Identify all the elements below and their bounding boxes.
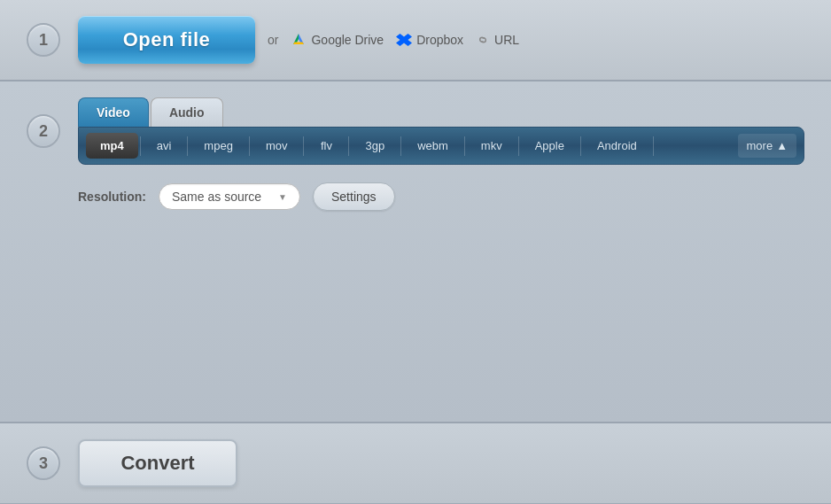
dropbox-label: Dropbox [416,33,463,47]
format-divider-10 [653,136,654,156]
settings-button[interactable]: Settings [313,182,395,211]
format-divider-1 [140,136,141,156]
section-convert: 3 Convert [0,423,831,504]
format-divider-9 [580,136,581,156]
resolution-value: Same as source [172,190,261,204]
resolution-dropdown[interactable]: Same as source ▼ [159,183,300,210]
format-btn-mov[interactable]: mov [252,133,302,159]
section-2-content: Video Audio mp4 avi mpeg mov flv 3gp [78,97,804,165]
format-divider-6 [400,136,401,156]
format-btn-avi[interactable]: avi [143,133,186,159]
url-link[interactable]: URL [476,33,519,47]
app-container: 1 Open file or Google Drive [0,0,831,504]
section-open-file: 1 Open file or Google Drive [0,0,831,81]
format-btn-flv[interactable]: flv [306,133,346,159]
format-divider-8 [518,136,519,156]
format-bar: mp4 avi mpeg mov flv 3gp webm mkv [78,127,804,165]
format-divider-7 [464,136,465,156]
format-btn-mpeg[interactable]: mpeg [190,133,247,159]
convert-button[interactable]: Convert [78,439,237,487]
cloud-links: Google Drive Dropbox [291,32,519,48]
url-label: URL [494,33,519,47]
google-drive-icon [291,32,307,48]
svg-marker-3 [396,34,412,46]
url-icon [476,33,490,47]
format-btn-apple[interactable]: Apple [521,133,579,159]
format-btn-webm[interactable]: webm [403,133,462,159]
format-btn-android[interactable]: Android [583,133,651,159]
step-3-number: 3 [27,446,60,480]
step-1-number: 1 [27,23,60,57]
format-divider-4 [303,136,304,156]
format-divider-5 [348,136,349,156]
or-text: or [268,33,278,47]
step-2-number: 2 [27,114,60,148]
google-drive-label: Google Drive [311,33,384,47]
format-btn-mp4[interactable]: mp4 [86,133,138,159]
format-more-arrow: ▲ [776,139,788,152]
open-file-button[interactable]: Open file [78,16,255,64]
google-drive-link[interactable]: Google Drive [291,32,384,48]
format-btn-3gp[interactable]: 3gp [351,133,399,159]
resolution-label: Resolution: [78,190,146,204]
resolution-arrow-icon: ▼ [278,192,287,202]
tab-video[interactable]: Video [78,97,149,127]
dropbox-icon [396,32,412,48]
format-more-label: more [747,139,773,152]
format-divider-2 [187,136,188,156]
section-2-header: 2 Video Audio mp4 avi mpeg mov f [27,97,804,165]
format-btn-more[interactable]: more ▲ [738,134,797,158]
tab-audio[interactable]: Audio [151,97,223,127]
format-btn-mkv[interactable]: mkv [467,133,516,159]
resolution-row: Resolution: Same as source ▼ Settings [78,182,395,211]
format-tabs: Video Audio [78,97,804,127]
section-format: 2 Video Audio mp4 avi mpeg mov f [0,81,831,423]
svg-marker-2 [293,43,304,45]
dropbox-link[interactable]: Dropbox [396,32,463,48]
format-divider-3 [249,136,250,156]
